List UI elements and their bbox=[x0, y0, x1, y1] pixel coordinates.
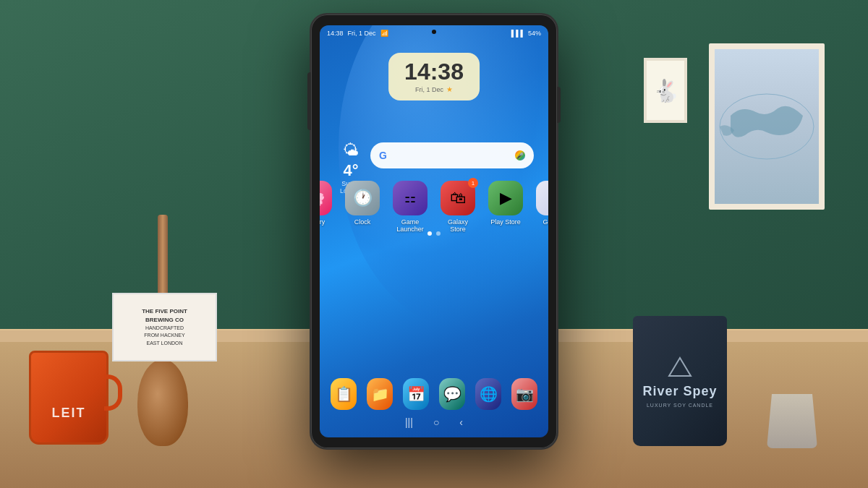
plant-pot bbox=[767, 394, 817, 448]
world-map bbox=[715, 49, 819, 204]
google-g-logo: G bbox=[379, 150, 387, 161]
candle-brand: River Spey bbox=[642, 384, 717, 400]
game-launcher-label: Game Launcher bbox=[396, 218, 424, 233]
page-dots bbox=[427, 231, 441, 236]
orange-mug bbox=[29, 351, 109, 445]
gallery-icon: 🌸 bbox=[320, 181, 332, 215]
galaxy-store-label: Galaxy Store bbox=[441, 218, 475, 233]
app-clock[interactable]: 🕐 Clock bbox=[345, 181, 380, 233]
world-poster bbox=[709, 43, 825, 210]
recent-apps-button[interactable]: ||| bbox=[405, 416, 413, 428]
clock-date: Fri, 1 Dec ★ bbox=[404, 85, 464, 93]
galaxy-store-icon: 🛍 1 bbox=[441, 181, 475, 215]
dock-messages[interactable]: 💬 bbox=[439, 378, 465, 410]
dock-notes[interactable]: 📋 bbox=[331, 378, 357, 410]
weather-icon: 🌤 bbox=[340, 141, 362, 160]
clock-star: ★ bbox=[446, 85, 453, 93]
status-right: ▌▌▌ 54% bbox=[511, 30, 541, 37]
app-gallery[interactable]: 🌸 Gallery bbox=[320, 181, 332, 233]
status-time: 14:38 bbox=[327, 30, 344, 37]
status-date: Fri, 1 Dec bbox=[348, 30, 376, 37]
app-google[interactable]: G Google bbox=[536, 181, 548, 233]
dot-2 bbox=[436, 231, 441, 236]
nav-bar: ||| ○ ‹ bbox=[320, 413, 548, 432]
tablet-screen[interactable]: 14:38 Fri, 1 Dec 📶 ▌▌▌ 54% 14:38 Fri, 1 … bbox=[320, 25, 548, 437]
play-store-label: Play Store bbox=[490, 218, 521, 226]
mic-icon[interactable]: 🎤 bbox=[515, 150, 525, 160]
notification-badge: 1 bbox=[468, 178, 478, 188]
svg-marker-0 bbox=[669, 358, 691, 376]
rabbit-poster: 🐇 bbox=[644, 58, 687, 123]
gallery-label: Gallery bbox=[320, 218, 325, 226]
signal-icon: ▌▌▌ bbox=[511, 30, 525, 37]
game-launcher-icon: ⚏ bbox=[393, 181, 427, 215]
candle: River Spey LUXURY SOY CANDLE bbox=[633, 316, 727, 446]
status-left: 14:38 Fri, 1 Dec 📶 bbox=[327, 30, 388, 37]
mountain-icon bbox=[665, 354, 694, 380]
dock-files[interactable]: 📁 bbox=[367, 378, 393, 410]
app-play-store[interactable]: ▶ Play Store bbox=[488, 181, 523, 233]
back-button[interactable]: ‹ bbox=[459, 416, 463, 428]
dock-calendar[interactable]: 📅 bbox=[403, 378, 429, 410]
clock-icon: 🕐 bbox=[345, 181, 380, 215]
dock-internet[interactable]: 🌐 bbox=[475, 378, 501, 410]
world-map-svg bbox=[716, 90, 817, 163]
brewing-sign: THE FIVE POINT BREWING CO HANDCRAFTED FR… bbox=[112, 293, 217, 361]
google-app-icon: G bbox=[536, 181, 548, 215]
wifi-icon: 📶 bbox=[380, 30, 388, 37]
play-store-icon: ▶ bbox=[488, 181, 523, 215]
app-galaxy-store[interactable]: 🛍 1 Galaxy Store bbox=[441, 181, 475, 233]
dot-1 bbox=[427, 231, 432, 236]
weather-temperature: 4° bbox=[340, 161, 362, 180]
google-label: Google bbox=[542, 218, 548, 226]
google-search-bar[interactable]: G 🎤 bbox=[370, 142, 534, 168]
apps-grid: 🌸 Gallery 🕐 Clock ⚏ Game Launcher 🛍 1 bbox=[320, 181, 548, 233]
dock: 📋 📁 📅 💬 🌐 📷 bbox=[320, 378, 548, 410]
dock-camera[interactable]: 📷 bbox=[511, 378, 537, 410]
guitar-body bbox=[137, 359, 188, 446]
app-game-launcher[interactable]: ⚏ Game Launcher bbox=[393, 181, 427, 233]
front-camera bbox=[432, 30, 436, 34]
clock-label: Clock bbox=[354, 218, 371, 226]
candle-subtitle: LUXURY SOY CANDLE bbox=[647, 403, 713, 408]
clock-widget[interactable]: 14:38 Fri, 1 Dec ★ bbox=[388, 53, 480, 100]
home-button[interactable]: ○ bbox=[433, 416, 439, 428]
battery-level: 54% bbox=[528, 30, 541, 37]
clock-time: 14:38 bbox=[404, 60, 464, 83]
tablet-device: 14:38 Fri, 1 Dec 📶 ▌▌▌ 54% 14:38 Fri, 1 … bbox=[311, 14, 557, 448]
